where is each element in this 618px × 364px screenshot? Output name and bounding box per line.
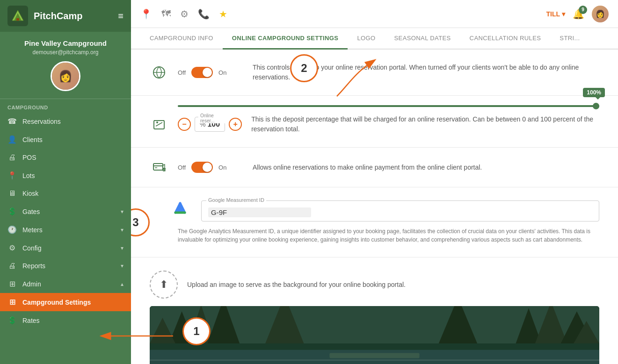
campground-name: Pine Valley Campground [7,39,124,47]
user-email: demouser@pitchcamp.org [7,49,124,56]
tab-online-campground-settings[interactable]: ONLINE CAMPGROUND SETTINGS [223,28,348,50]
portal-off-label: Off [178,69,186,76]
sidebar-item-label: Gates [22,208,115,215]
topbar-avatar[interactable]: 👩 [592,6,609,22]
tutorial-step-3: 3 [131,208,150,236]
deposit-row: 100% − Online reser... [131,96,618,148]
tab-cancellation-rules[interactable]: CANCELLATION RULES [460,28,551,50]
avatar[interactable]: 👩 [51,61,80,91]
sidebar-item-clients[interactable]: 👤 Clients [0,130,131,149]
payment-toggle-row: ⬡ Off On Allows online reservations to m… [131,148,618,187]
deposit-decrease-button[interactable]: − [178,118,191,131]
location-icon[interactable]: 📍 [140,8,152,20]
sidebar-item-reservations[interactable]: ☎ Reservations [0,112,131,130]
tab-logo[interactable]: LOGO [348,28,385,50]
portal-toggle-controls: Off On [178,67,243,78]
tutorial-step-2: 2 [290,54,318,82]
svg-point-5 [156,121,158,123]
settings-content: 2 Off [131,50,618,364]
tab-seasonal-dates[interactable]: SEASONAL DATES [385,28,460,50]
deposit-slider-area: 100% [150,105,599,107]
svg-rect-7 [153,164,163,170]
campground-section-label: CAMPGROUND [0,99,131,112]
sidebar-header: PitchCamp ≡ [0,0,131,32]
app-logo [7,6,28,26]
sidebar-item-campground-settings[interactable]: ⊞ Campground Settings [0,293,131,311]
campground-settings-icon: ⊞ [7,298,17,307]
star-icon[interactable]: ★ [219,8,227,20]
user-profile-section: Pine Valley Campground demouser@pitchcam… [0,32,131,99]
tutorial-step-1: 1 [182,317,211,345]
analytics-field-wrap: Google Measurement ID [201,200,599,221]
gate-icon: 💲 [7,207,17,216]
chevron-down-icon: ▾ [562,10,565,18]
payment-toggle-controls: Off On [178,162,243,173]
sidebar-item-gates[interactable]: 💲 Gates ▾ [0,202,131,221]
phone-icon: ☎ [7,117,17,126]
payment-icon: ⬡ [150,161,168,174]
deposit-description: This is the deposit percentage that will… [251,114,599,134]
sidebar-item-label: Meters [22,226,115,234]
notification-bell[interactable]: 🔔 9 [573,8,584,20]
analytics-inner: Google Measurement ID [150,200,599,221]
deposit-input-group: − Online reser... % 100 + [178,117,242,132]
payment-toggle[interactable] [191,162,213,173]
toggle-thumb [203,68,212,77]
sidebar-item-label: POS [22,154,124,161]
sidebar-item-label: Kiosk [22,190,124,197]
pin-icon: 📍 [7,171,17,180]
deposit-controls-row: − Online reser... % 100 + This is the de… [150,114,599,134]
sidebar-item-admin[interactable]: ⊞ Admin ▴ [0,275,131,293]
meter-icon: 🕐 [7,225,17,234]
sidebar-item-lots[interactable]: 📍 Lots [0,166,131,185]
chevron-down-icon: ▾ [121,245,124,251]
chevron-down-icon: ▾ [121,208,124,215]
portal-toggle[interactable] [191,67,213,78]
upload-text: Upload an image to serve as the backgrou… [187,281,406,288]
svg-rect-4 [154,121,164,129]
analytics-input[interactable] [208,207,311,217]
avatar-image: 👩 [52,63,79,90]
payment-off-label: Off [178,164,186,171]
sidebar-item-label: Campground Settings [22,299,124,306]
sidebar-item-kiosk[interactable]: 🖥 Kiosk [0,185,131,202]
sidebar: PitchCamp ≡ Pine Valley Campground demou… [0,0,131,364]
deposit-slider-thumb[interactable]: 100% [593,103,599,109]
deposit-slider-track[interactable]: 100% [178,105,599,107]
portal-toggle-row: 2 Off [131,50,618,96]
sidebar-item-label: Rates [22,317,124,324]
chevron-down-icon: ▾ [121,263,124,269]
map-icon[interactable]: 🗺 [161,8,171,19]
upload-inner: ⬆ Upload an image to serve as the backgr… [150,271,599,299]
sidebar-item-meters[interactable]: 🕐 Meters ▾ [0,221,131,239]
phone-icon[interactable]: 📞 [198,8,210,20]
hamburger-menu[interactable]: ≡ [118,11,124,21]
tools-icon[interactable]: ⚙ [180,8,189,20]
upload-button[interactable]: ⬆ [150,271,178,299]
app-name: PitchCamp [34,11,112,21]
toggle-thumb [203,163,212,172]
sidebar-item-label: Lots [22,172,124,179]
tab-campground-info[interactable]: CAMPGROUND INFO [140,28,223,50]
main-content: 📍 🗺 ⚙ 📞 ★ TILL ▾ 🔔 9 👩 CAMPGROUND INFO O… [131,0,618,364]
sidebar-item-label: Admin [22,280,115,288]
sidebar-item-rates[interactable]: 💲 Rates [0,311,131,329]
sidebar-item-reports[interactable]: 🖨 Reports ▾ [0,257,131,275]
analytics-description: The Google Analytics Measurement ID, a u… [178,227,599,244]
sidebar-item-pos[interactable]: 🖨 POS [0,149,131,166]
svg-rect-26 [150,359,599,361]
deposit-increase-button[interactable]: + [229,118,242,131]
printer-icon: 🖨 [7,153,17,162]
analytics-row: 3 [131,187,618,257]
topbar-right: TILL ▾ 🔔 9 👩 [546,6,609,22]
tab-strip[interactable]: STRI... [550,28,589,50]
svg-text:⬡: ⬡ [163,169,166,171]
analytics-input-container: Google Measurement ID [201,200,599,221]
user-display-name: TILL [546,10,560,18]
analytics-icon [173,200,192,221]
portal-on-label: On [218,69,226,76]
user-name-button[interactable]: TILL ▾ [546,10,565,18]
sidebar-item-config[interactable]: ⚙ Config ▾ [0,239,131,257]
sidebar-item-label: Reports [22,262,115,270]
chevron-down-icon: ▾ [121,227,124,233]
